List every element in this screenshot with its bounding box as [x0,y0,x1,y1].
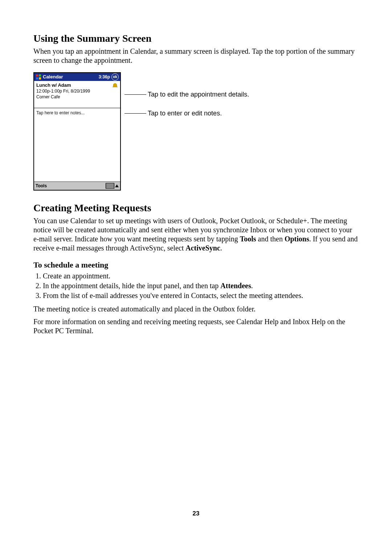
svg-rect-0 [36,74,38,77]
text-run: . [251,282,253,290]
bold-tools: Tools [240,235,256,243]
steps-list: Create an appointment. In the appointmen… [33,272,359,300]
paragraph-outbox: The meeting notice is created automatica… [33,305,359,314]
figure-summary-screen: Calendar 3:36p ok Lunch w/ Adam 12:00p-1… [33,72,359,191]
app-title[interactable]: Calendar [43,74,63,80]
callout-edit-details: Tap to edit the appointment details. [124,90,249,99]
bold-attendees: Attendees [220,282,251,290]
subhead-schedule-meeting: To schedule a meeting [33,260,359,270]
callout-text-2: Tap to enter or edit notes. [148,109,222,118]
leader-line [124,94,146,95]
appointment-time: 12:00p-1:00p Fri, 8/20/1999 [36,88,118,94]
clock-time: 3:36p [99,74,110,80]
callout-text-1: Tap to edit the appointment details. [148,90,249,99]
paragraph-more-info: For more information on sending and rece… [33,317,359,335]
text-run: In the appointment details, hide the inp… [43,282,220,290]
notes-area[interactable]: Tap here to enter notes... [34,108,120,181]
svg-rect-2 [36,77,38,79]
reminder-icon [112,82,118,90]
step-3: From the list of e-mail addresses you've… [43,291,359,300]
bold-activesync: ActiveSync [185,244,220,252]
step-2: In the appointment details, hide the inp… [43,281,359,290]
heading-meeting-requests: Creating Meeting Requests [33,201,359,214]
appointment-location: Corner Cafe [36,94,118,100]
step-1: Create an appointment. [43,272,359,281]
appointment-summary-area[interactable]: Lunch w/ Adam 12:00p-1:00p Fri, 8/20/199… [34,81,120,108]
paragraph-summary-intro: When you tap an appointment in Calendar,… [33,47,359,65]
bold-options: Options [285,235,309,243]
keyboard-icon[interactable] [106,183,114,189]
leader-line [124,113,146,114]
pocketpc-device-frame: Calendar 3:36p ok Lunch w/ Adam 12:00p-1… [33,72,121,191]
text-run: . [220,244,222,252]
svg-rect-3 [39,77,41,79]
paragraph-meeting-requests: You can use Calendar to set up meetings … [33,216,359,253]
page-number: 23 [33,510,359,517]
tools-menu[interactable]: Tools [36,183,47,189]
heading-summary-screen: Using the Summary Screen [33,32,359,45]
ok-button[interactable]: ok [111,73,119,81]
text-run: and then [256,235,285,243]
input-panel-toggle-icon[interactable] [115,184,119,187]
callout-edit-notes: Tap to enter or edit notes. [124,109,222,118]
start-icon[interactable] [36,74,41,80]
svg-rect-1 [39,74,41,77]
bottom-toolbar: Tools [34,181,120,190]
appointment-subject: Lunch w/ Adam [36,82,118,88]
titlebar: Calendar 3:36p ok [34,73,120,81]
